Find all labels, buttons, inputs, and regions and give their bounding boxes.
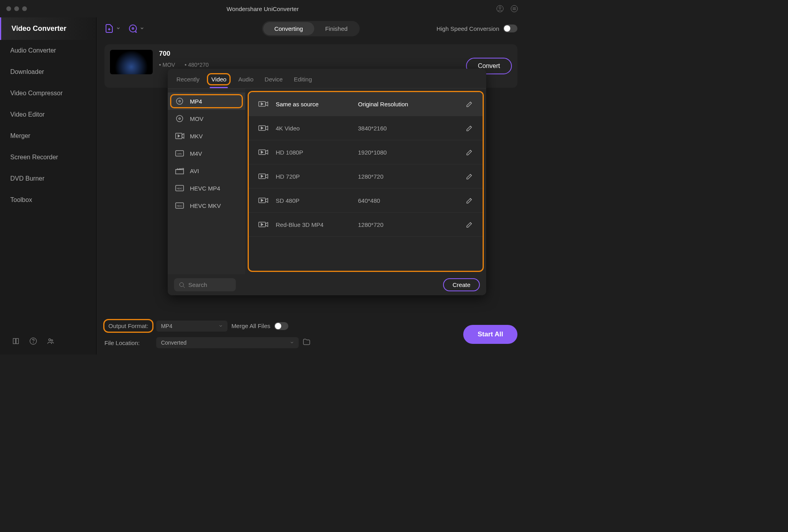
file-name: 700 xyxy=(159,50,209,58)
sidebar-item-label: Toolbox xyxy=(10,196,32,203)
camera-icon xyxy=(258,148,269,156)
sidebar-item-label: Merger xyxy=(10,132,30,139)
chevron-down-icon xyxy=(140,26,144,30)
merge-toggle[interactable] xyxy=(274,322,288,330)
hevc-icon: HEVC xyxy=(175,184,184,192)
maximize-window-icon[interactable] xyxy=(22,6,27,11)
resolution-item[interactable]: HD 720P 1280*720 xyxy=(249,164,483,189)
svg-point-12 xyxy=(176,98,183,104)
sidebar-item-audio-converter[interactable]: Audio Converter xyxy=(0,40,96,61)
edit-icon[interactable] xyxy=(466,221,473,228)
edit-icon[interactable] xyxy=(466,149,473,156)
add-disc-button[interactable] xyxy=(128,24,144,33)
popup-tab-recently[interactable]: Recently xyxy=(174,74,202,84)
file-resolution-value: 480*270 xyxy=(185,62,209,68)
tab-finished[interactable]: Finished xyxy=(314,22,359,35)
svg-point-7 xyxy=(33,343,34,343)
edit-icon[interactable] xyxy=(466,173,473,180)
chevron-down-icon xyxy=(290,341,294,345)
format-item-mkv[interactable]: MKV xyxy=(168,127,245,145)
sidebar-item-label: Audio Converter xyxy=(10,47,56,54)
video-thumbnail xyxy=(110,50,153,74)
file-location-select[interactable]: Converted xyxy=(156,337,299,348)
disc-icon xyxy=(128,24,138,33)
svg-point-11 xyxy=(132,28,134,29)
svg-rect-19 xyxy=(176,170,184,174)
sidebar-item-dvd-burner[interactable]: DVD Burner xyxy=(0,168,96,189)
content-area: Converting Finished High Speed Conversio… xyxy=(97,17,525,355)
start-all-button[interactable]: Start All xyxy=(463,325,517,344)
svg-point-13 xyxy=(179,100,180,102)
format-item-mov[interactable]: MOV xyxy=(168,110,245,127)
svg-text:HEVC: HEVC xyxy=(177,205,182,207)
resolution-item[interactable]: Same as source Original Resolution xyxy=(249,92,483,116)
resolution-item[interactable]: 4K Video 3840*2160 xyxy=(249,116,483,140)
resolution-item[interactable]: Red-Blue 3D MP4 1280*720 xyxy=(249,213,483,237)
community-icon[interactable] xyxy=(47,337,55,347)
chevron-down-icon xyxy=(219,324,223,328)
edit-icon[interactable] xyxy=(466,197,473,204)
app-title: Wondershare UniConverter xyxy=(227,6,299,12)
sidebar-item-video-editor[interactable]: Video Editor xyxy=(0,104,96,125)
hevc-icon: HEVC xyxy=(175,202,184,209)
output-format-select[interactable]: MP4 xyxy=(156,321,227,332)
format-item-mp4[interactable]: MP4 xyxy=(168,92,245,110)
svg-point-15 xyxy=(179,118,180,119)
edit-icon[interactable] xyxy=(466,125,473,132)
sidebar-item-label: Downloader xyxy=(10,68,44,75)
resolution-item[interactable]: HD 1080P 1920*1080 xyxy=(249,140,483,164)
svg-point-14 xyxy=(176,115,183,122)
toolbar: Converting Finished High Speed Conversio… xyxy=(97,17,525,40)
open-folder-button[interactable] xyxy=(303,338,311,347)
create-button[interactable]: Create xyxy=(443,278,480,291)
sidebar: Video Converter Audio Converter Download… xyxy=(0,17,97,355)
chevron-down-icon xyxy=(116,26,120,30)
popup-tab-audio[interactable]: Audio xyxy=(236,74,256,84)
edit-icon[interactable] xyxy=(466,100,473,108)
sidebar-item-label: Video Editor xyxy=(10,111,45,118)
popup-tab-device[interactable]: Device xyxy=(262,74,285,84)
high-speed-toggle[interactable] xyxy=(503,25,517,32)
high-speed-label: High Speed Conversion xyxy=(437,25,499,32)
popup-tab-video[interactable]: Video xyxy=(208,74,229,84)
tab-converting[interactable]: Converting xyxy=(263,22,314,35)
format-item-hevc-mp4[interactable]: HEVC HEVC MP4 xyxy=(168,179,245,197)
menu-icon[interactable] xyxy=(510,4,519,13)
resolution-item[interactable]: SD 480P 640*480 xyxy=(249,189,483,213)
sidebar-item-merger[interactable]: Merger xyxy=(0,125,96,147)
clapper-icon xyxy=(175,167,184,175)
add-file-button[interactable] xyxy=(104,24,120,33)
svg-point-1 xyxy=(499,7,501,9)
svg-text:HEVC: HEVC xyxy=(177,187,182,190)
close-window-icon[interactable] xyxy=(6,6,11,11)
camera-icon xyxy=(258,196,269,204)
disc-icon xyxy=(175,115,184,123)
account-icon[interactable] xyxy=(495,4,505,13)
format-item-avi[interactable]: AVI xyxy=(168,162,245,179)
search-input[interactable]: Search xyxy=(174,278,236,291)
camera-icon xyxy=(258,172,269,180)
sidebar-item-label: Video Converter xyxy=(11,25,66,32)
sidebar-item-toolbox[interactable]: Toolbox xyxy=(0,189,96,211)
titlebar: Wondershare UniConverter xyxy=(0,0,525,17)
format-item-hevc-mkv[interactable]: HEVC HEVC MKV xyxy=(168,197,245,214)
file-location-label: File Location: xyxy=(104,340,152,346)
sidebar-item-video-compressor[interactable]: Video Compressor xyxy=(0,83,96,104)
format-item-m4v[interactable]: m4v M4V xyxy=(168,145,245,162)
add-file-icon xyxy=(104,24,114,33)
minimize-window-icon[interactable] xyxy=(14,6,19,11)
resolution-list: Same as source Original Resolution 4K Vi… xyxy=(249,92,483,271)
status-segmented-control: Converting Finished xyxy=(262,21,360,36)
svg-point-8 xyxy=(49,339,51,341)
camera-icon xyxy=(258,100,269,108)
help-icon[interactable] xyxy=(29,337,37,347)
camera-icon xyxy=(258,221,269,228)
output-format-label: Output Format: xyxy=(104,320,152,332)
guide-icon[interactable] xyxy=(12,337,20,347)
popup-tab-editing[interactable]: Editing xyxy=(292,74,314,84)
sidebar-item-screen-recorder[interactable]: Screen Recorder xyxy=(0,147,96,168)
file-format-value: MOV xyxy=(159,62,175,68)
sidebar-item-downloader[interactable]: Downloader xyxy=(0,61,96,83)
sidebar-item-video-converter[interactable]: Video Converter xyxy=(0,17,96,40)
svg-text:m4v: m4v xyxy=(177,153,182,155)
